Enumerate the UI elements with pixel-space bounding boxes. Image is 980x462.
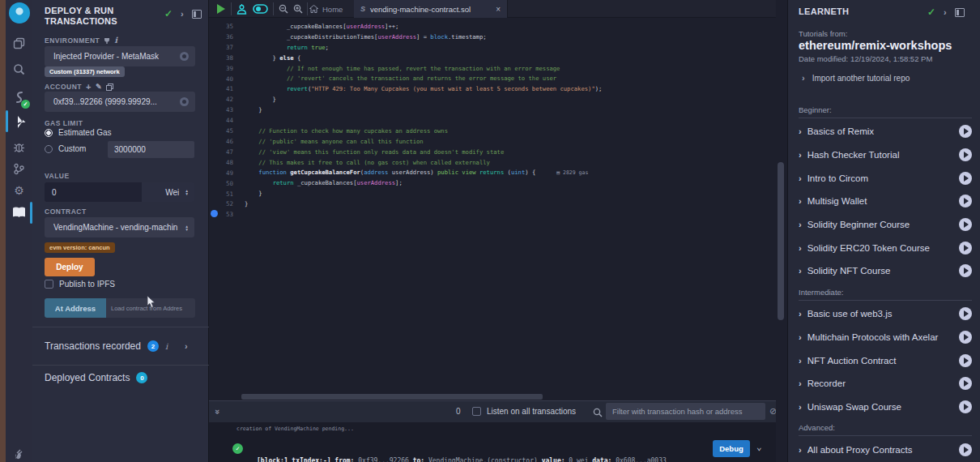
edit-account-icon[interactable]: ✎: [96, 83, 102, 91]
at-address-button[interactable]: At Address: [45, 298, 106, 318]
account-select[interactable]: 0xf39...92266 (9999.99929...: [45, 92, 195, 112]
play-tutorial-button[interactable]: [959, 400, 972, 413]
play-tutorial-button[interactable]: [959, 148, 972, 161]
tab-active-file[interactable]: S vending-machine-contract.sol ×: [354, 0, 508, 18]
account-actions-icon[interactable]: [180, 97, 189, 106]
expand-transactions-icon[interactable]: ›: [185, 341, 188, 351]
tutorial-item[interactable]: ›Basics of Remix: [799, 120, 972, 143]
play-tutorial-button[interactable]: [959, 242, 972, 255]
solidity-compiler-icon[interactable]: ✓: [6, 88, 32, 107]
line-number[interactable]: 42: [209, 95, 245, 105]
estimated-gas-option[interactable]: Estimated Gas: [45, 128, 112, 137]
ai-copilot-toggle[interactable]: [249, 0, 271, 18]
play-tutorial-button[interactable]: [959, 195, 972, 207]
unit-stepper-icon[interactable]: ▴▾: [185, 189, 188, 195]
terminal-logs[interactable]: creation of VendingMachine pending... ✓ …: [209, 422, 776, 462]
code-line[interactable]: _cupcakeBalances[userAddress]++;: [245, 22, 711, 32]
line-number[interactable]: 37: [209, 43, 245, 53]
search-icon[interactable]: [6, 59, 32, 79]
collapse-panel-icon[interactable]: ›: [181, 9, 184, 19]
tutorial-item[interactable]: ›Solidity Beginner Course: [799, 213, 972, 237]
line-number[interactable]: 46: [209, 137, 245, 148]
code-line[interactable]: revert("HTTP 429: Too Many Cupcakes (you…: [245, 84, 711, 95]
line-number[interactable]: 51: [209, 190, 245, 200]
deploy-button[interactable]: Deploy: [45, 258, 95, 276]
code-line[interactable]: function getCupcakeBalanceFor(address us…: [245, 168, 711, 178]
value-input[interactable]: 0: [45, 182, 142, 202]
tutorial-item[interactable]: ›Multichain Protocols with Axelar: [799, 326, 972, 349]
line-number[interactable]: 36: [209, 32, 245, 43]
deploy-and-run-icon[interactable]: [6, 112, 32, 131]
tutorial-item[interactable]: ›Recorder: [799, 372, 972, 396]
ai-assistant-icon[interactable]: [232, 0, 250, 18]
info-icon[interactable]: i: [114, 36, 117, 45]
breakpoint-dot[interactable]: [211, 210, 218, 217]
tutorial-item[interactable]: ›Intro to Circom: [799, 166, 972, 190]
line-number[interactable]: 38: [209, 53, 245, 64]
checkbox-icon[interactable]: [45, 280, 53, 289]
panel-scrollbar-track[interactable]: [776, 0, 787, 462]
environment-settings-icon[interactable]: [180, 52, 189, 61]
play-tutorial-button[interactable]: [959, 354, 972, 367]
plugin-connector-icon[interactable]: [6, 444, 32, 462]
code-line[interactable]: }: [245, 189, 711, 199]
custom-gas-input[interactable]: [108, 141, 194, 158]
tutorial-item[interactable]: ›Multisig Wallet: [799, 190, 972, 213]
copy-address-icon[interactable]: [106, 83, 113, 91]
play-tutorial-button[interactable]: [959, 172, 972, 185]
code-line[interactable]: [245, 210, 711, 220]
code-line[interactable]: // If not enough time has passed, revert…: [245, 64, 711, 75]
tutorial-item[interactable]: ›All about Proxy Contracts: [799, 438, 972, 461]
line-number[interactable]: 52: [209, 199, 245, 210]
expand-entry-icon[interactable]: ⌄: [756, 442, 762, 452]
code-line[interactable]: [245, 116, 711, 126]
line-number[interactable]: 50: [209, 179, 245, 190]
terminal-filter-input[interactable]: [606, 403, 765, 420]
zoom-out-icon[interactable]: [276, 0, 291, 18]
code-line[interactable]: return _cupcakeBalances[userAddress];: [245, 178, 711, 189]
code-line[interactable]: }: [245, 95, 711, 105]
play-tutorial-button[interactable]: [959, 218, 972, 231]
learneth-plugin-icon[interactable]: [6, 203, 32, 222]
radio-selected-icon[interactable]: [45, 129, 53, 137]
line-number[interactable]: 35: [209, 22, 245, 32]
contract-stepper-icon[interactable]: ▴▾: [185, 225, 188, 231]
file-explorer-icon[interactable]: [6, 33, 32, 53]
transaction-entry[interactable]: [block:1 txIndex:-] from: 0xf39...92266 …: [257, 440, 667, 462]
tutorial-item[interactable]: ›Solidity NFT Course: [799, 259, 972, 283]
info-icon[interactable]: i: [165, 342, 168, 351]
add-account-icon[interactable]: +: [86, 82, 92, 92]
debug-button[interactable]: Debug: [713, 440, 750, 457]
tutorial-item[interactable]: ›Solidity ERC20 Token Course: [799, 236, 972, 259]
code-line[interactable]: // 'view' means this function only reads…: [245, 148, 711, 158]
plug-icon[interactable]: [104, 36, 110, 44]
code-line[interactable]: return true;: [245, 43, 711, 53]
line-number[interactable]: 39: [209, 64, 245, 75]
code-line[interactable]: // Function to check how many cupcakes a…: [245, 126, 711, 137]
line-number[interactable]: 47: [209, 148, 245, 158]
code-editor[interactable]: 35363738394041424344454647484950515253 _…: [209, 18, 776, 392]
listen-checkbox[interactable]: [472, 407, 481, 416]
tab-home[interactable]: Home: [309, 0, 343, 18]
import-tutorial-link[interactable]: › Import another tutorial repo: [802, 73, 910, 83]
code-line[interactable]: // This makes it free to call (no gas co…: [245, 158, 711, 169]
transactions-recorded-row[interactable]: Transactions recorded 2 i: [45, 340, 168, 352]
tutorial-item[interactable]: ›NFT Auction Contract: [799, 349, 972, 372]
play-tutorial-button[interactable]: [959, 443, 972, 456]
value-unit-select[interactable]: Wei ▴▾: [142, 182, 194, 202]
line-number[interactable]: 43: [209, 105, 245, 116]
horizontal-scrollbar[interactable]: [241, 394, 543, 400]
code-line[interactable]: }: [245, 199, 711, 210]
line-number[interactable]: 49: [209, 169, 245, 179]
line-number[interactable]: 45: [209, 126, 245, 137]
zoom-in-icon[interactable]: [291, 0, 305, 18]
code-line[interactable]: // 'public' means anyone can call this f…: [245, 137, 711, 148]
source-control-icon[interactable]: [6, 159, 32, 178]
line-number[interactable]: 40: [209, 75, 245, 85]
code-line[interactable]: } else {: [245, 53, 711, 64]
debugger-icon[interactable]: [6, 137, 32, 156]
minimap[interactable]: [711, 20, 734, 83]
play-tutorial-button[interactable]: [959, 331, 972, 344]
line-number[interactable]: 41: [209, 84, 245, 95]
deployed-contracts-row[interactable]: Deployed Contracts 0: [45, 372, 147, 383]
